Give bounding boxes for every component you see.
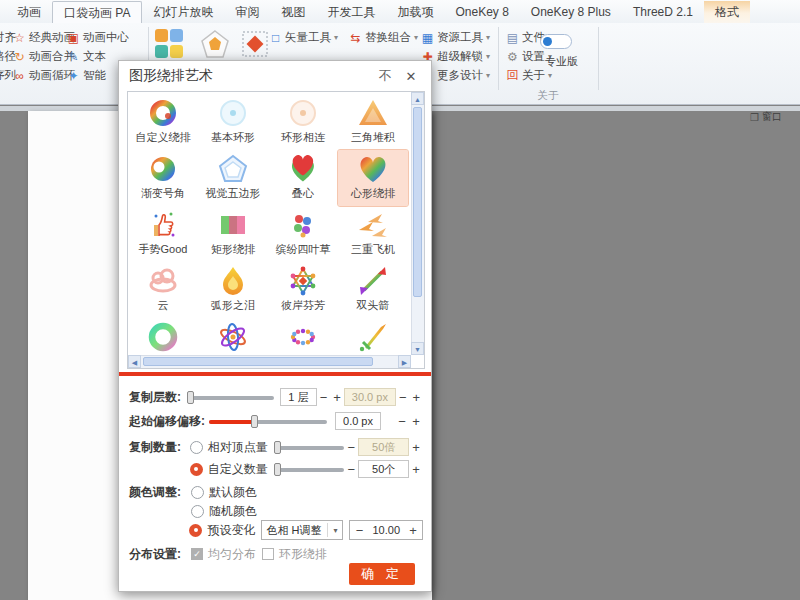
relative-vertex-slider[interactable] (274, 441, 345, 454)
chevron-down-icon: ▾ (328, 526, 342, 535)
gallery-item-视觉五边形[interactable]: 视觉五边形 (198, 150, 268, 206)
amount-value[interactable]: 10.00 (366, 524, 406, 536)
preset-change-radio[interactable] (189, 524, 202, 537)
copy-count-custom-row: 自定义数量 − 50个 + (129, 459, 423, 479)
even-distribution-checkbox[interactable]: ✓ (191, 548, 203, 560)
preset-dropdown[interactable]: 色相 H调整 ▾ (261, 520, 343, 540)
gallery-item-环形相连[interactable]: 环形相连 (268, 94, 338, 150)
start-offset-value[interactable]: 0.0 px (335, 412, 381, 430)
gallery-item-基本环形[interactable]: 基本环形 (198, 94, 268, 150)
ok-button[interactable]: 确 定 (349, 563, 415, 585)
custom-count-radio[interactable] (190, 463, 203, 476)
scroll-up-icon[interactable]: ▲ (411, 92, 424, 105)
app-window: 动画口袋动画 PA幻灯片放映审阅视图开发工具加载项OneKey 8OneKey … (0, 0, 800, 600)
cloud-icon (146, 264, 180, 298)
minus-button[interactable]: − (317, 390, 331, 405)
gallery-item[interactable] (128, 318, 198, 357)
minus-button[interactable]: − (396, 390, 410, 405)
relative-vertex-radio[interactable] (190, 441, 203, 454)
minus-button[interactable]: − (352, 523, 366, 538)
gallery-item-三角堆积[interactable]: 三角堆积 (338, 94, 408, 150)
copy-layers-value[interactable]: 1 层 (280, 388, 317, 406)
tab-视图[interactable]: 视图 (270, 1, 316, 23)
gallery-item[interactable] (198, 318, 268, 357)
scroll-right-icon[interactable]: ▶ (398, 355, 411, 368)
plus-button[interactable]: + (409, 462, 423, 477)
start-offset-row: 起始偏移偏移: 0.0 px − + (129, 411, 423, 431)
layer-px-value[interactable]: 30.0 px (344, 388, 396, 406)
tab-ThreeD 2.1[interactable]: ThreeD 2.1 (622, 1, 704, 23)
plus-button[interactable]: + (330, 390, 344, 405)
ribbon-button-替换组合[interactable]: ⇆替换组合▾ (348, 28, 418, 47)
pro-version-toggle[interactable] (540, 34, 572, 49)
ribbon-button-资源工具[interactable]: ▦资源工具▾ (420, 28, 490, 47)
minus-button[interactable]: − (344, 462, 358, 477)
gallery-item-label: 缤纷四叶草 (268, 242, 338, 256)
window-chip[interactable]: ❐ 窗口 (750, 110, 782, 124)
ring-wrap-checkbox[interactable] (262, 548, 274, 560)
gallery-item[interactable] (338, 318, 408, 357)
plus-button[interactable]: + (409, 440, 423, 455)
gallery-item-三重飞机[interactable]: 三重飞机 (338, 206, 408, 262)
gallery-item-自定义绕排[interactable]: 自定义绕排 (128, 94, 198, 150)
gallery-hscrollbar[interactable]: ◀ ▶ (128, 355, 411, 368)
tab-加载项[interactable]: 加载项 (386, 1, 444, 23)
gallery-item-云[interactable]: 云 (128, 262, 198, 318)
scroll-left-icon[interactable]: ◀ (128, 355, 141, 368)
gallery-item-矩形绕排[interactable]: 矩形绕排 (198, 206, 268, 262)
minus-button[interactable]: − (344, 440, 358, 455)
gallery-item-label: 三重飞机 (338, 242, 408, 256)
random-color-radio[interactable] (191, 505, 204, 518)
ribbon-button-label: 超级解锁 (437, 49, 483, 64)
gallery-item-label: 环形相连 (268, 130, 338, 144)
ribbon-button-矢量工具[interactable]: □矢量工具▾ (268, 28, 338, 47)
ribbon-button-label: 动画中心 (83, 30, 129, 45)
gallery-item-渐变号角[interactable]: 渐变号角 (128, 150, 198, 206)
minus-button[interactable]: − (395, 414, 409, 429)
gallery-item-缤纷四叶草[interactable]: 缤纷四叶草 (268, 206, 338, 262)
gallery-item-label: 视觉五边形 (198, 186, 268, 200)
tab-格式[interactable]: 格式 (704, 1, 750, 23)
toggle-knob (543, 37, 552, 46)
bead-ring-icon (286, 320, 320, 354)
plus-button[interactable]: + (409, 390, 423, 405)
custom-ring-icon (146, 96, 180, 130)
copy-layers-slider[interactable] (187, 391, 274, 404)
close-icon[interactable]: ✕ (401, 69, 421, 84)
gallery-item-手势Good[interactable]: 手势Good (128, 206, 198, 262)
scroll-down-icon[interactable]: ▼ (411, 342, 424, 355)
gallery-item-叠心[interactable]: 叠心 (268, 150, 338, 206)
tab-OneKey 8 Plus[interactable]: OneKey 8 Plus (520, 1, 622, 23)
diamond-grid-icon[interactable] (240, 29, 270, 59)
default-color-radio[interactable] (191, 486, 204, 499)
gallery-item-弧形之泪[interactable]: 弧形之泪 (198, 262, 268, 318)
tab-审阅[interactable]: 审阅 (224, 1, 270, 23)
color-adjust-label: 颜色调整: (129, 484, 191, 501)
gallery-item-label: 心形绕排 (338, 186, 408, 200)
plus-button[interactable]: + (409, 414, 423, 429)
tab-开发工具[interactable]: 开发工具 (316, 1, 386, 23)
vscroll-thumb[interactable] (413, 107, 422, 297)
gallery-item-彼岸芬芳[interactable]: 彼岸芬芳 (268, 262, 338, 318)
gallery-item-心形绕排[interactable]: 心形绕排 (338, 150, 408, 206)
anim-merge-icon: ↻ (12, 50, 27, 64)
ribbon-button-动画中心[interactable]: ▣动画中心 (66, 28, 129, 47)
hscroll-thumb[interactable] (143, 357, 373, 366)
tab-OneKey 8[interactable]: OneKey 8 (444, 1, 519, 23)
ribbon-button-label: 资源工具 (437, 30, 483, 45)
even-distribution-label: 均匀分布 (208, 546, 256, 563)
start-offset-slider[interactable] (209, 415, 327, 428)
tab-口袋动画 PA[interactable]: 口袋动画 PA (52, 1, 142, 23)
gallery-item-双头箭[interactable]: 双头箭 (338, 262, 408, 318)
custom-count-slider[interactable] (274, 463, 345, 476)
gallery-vscrollbar[interactable]: ▲ ▼ (411, 92, 424, 355)
custom-count-value[interactable]: 50个 (358, 460, 409, 478)
pentagon-badge-icon[interactable] (200, 29, 230, 59)
plus-button[interactable]: + (406, 523, 420, 538)
tab-动画[interactable]: 动画 (6, 1, 52, 23)
pin-icon[interactable]: 不 (375, 67, 395, 85)
relative-vertex-value[interactable]: 50倍 (358, 438, 409, 456)
tab-幻灯片放映[interactable]: 幻灯片放映 (142, 1, 224, 23)
gallery-item[interactable] (268, 318, 338, 357)
shape-library-icon[interactable] (155, 29, 185, 59)
